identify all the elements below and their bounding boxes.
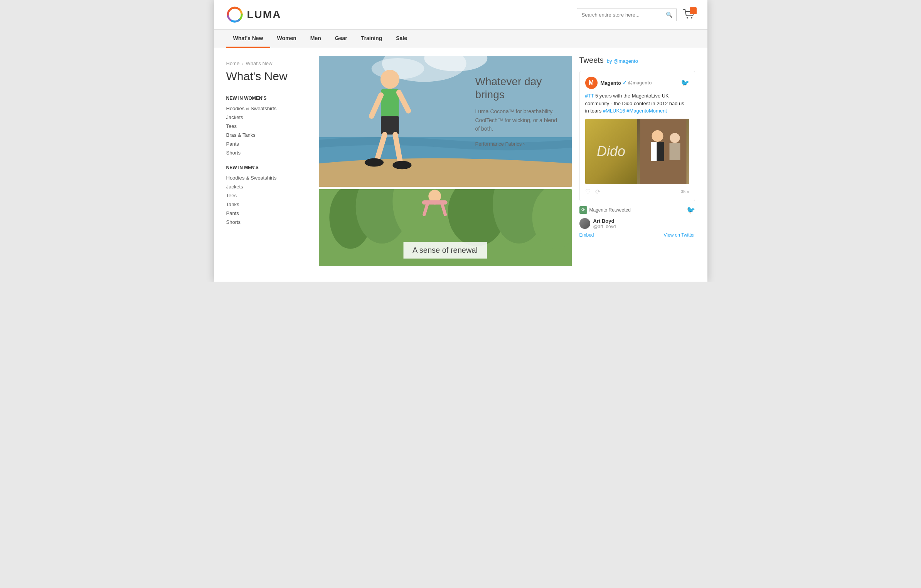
twitter-bird-icon-2: 🐦: [687, 206, 695, 214]
breadcrumb: Home › What's New: [226, 56, 302, 69]
svg-rect-12: [381, 116, 399, 134]
svg-rect-35: [669, 143, 680, 160]
hero-text: Whatever day brings Luma Cocona™ for bre…: [475, 75, 560, 147]
second-banner-text: A sense of renewal: [403, 242, 487, 259]
retweet-button-1[interactable]: ⟳: [595, 188, 600, 195]
tweet-author-info-2: Art Boyd @art_boyd: [593, 218, 616, 229]
view-on-twitter-link[interactable]: View on Twitter: [664, 232, 695, 238]
nav-item-training[interactable]: Training: [354, 30, 389, 48]
svg-point-16: [392, 161, 411, 170]
nav-item-sale[interactable]: Sale: [389, 30, 414, 48]
svg-point-34: [670, 133, 680, 143]
tweet-author-1: M Magento ✓ @magento 🐦: [585, 77, 689, 89]
men-section-title: NEW IN MEN'S: [226, 165, 302, 170]
nav-item-whats-new[interactable]: What's New: [226, 30, 270, 48]
twitter-col: Tweets by @magento M Magento ✓ @magento …: [579, 56, 695, 266]
verified-icon: ✓: [623, 80, 626, 86]
hero-sub: Luma Cocona™ for breathability, CoolTech…: [475, 107, 560, 133]
women-sidebar-list: Hoodies & Sweatshirts Jackets Tees Bras …: [226, 104, 302, 157]
tweet-hashtag-tt: #TT: [585, 93, 594, 99]
magento-avatar: M: [585, 77, 598, 89]
nav-item-women[interactable]: Women: [270, 30, 303, 48]
logo-text: LUMA: [247, 8, 281, 21]
tweet-image-inner: Dido: [585, 119, 689, 184]
cart-icon-wrapper[interactable]: [683, 9, 695, 21]
tweets-by: by @magento: [607, 58, 638, 64]
breadcrumb-home[interactable]: Home: [226, 60, 240, 66]
tweet-image-1: Dido: [585, 119, 689, 184]
retweet-notice: ⟳ Magento Retweeted 🐦: [579, 206, 695, 214]
sidebar-item-men-shorts[interactable]: Shorts: [226, 218, 302, 227]
header: LUMA 🔍: [214, 0, 707, 30]
tweet-hashtag-moment: #MagentoMoment: [626, 108, 667, 114]
men-sidebar-list: Hoodies & Sweatshirts Jackets Tees Tanks…: [226, 173, 302, 227]
sidebar-item-men-tees[interactable]: Tees: [226, 191, 302, 200]
event-people-svg: [637, 119, 689, 184]
sidebar-item-men-tanks[interactable]: Tanks: [226, 200, 302, 209]
svg-point-8: [380, 70, 399, 89]
hero-link[interactable]: Performance Fabrics ›: [475, 141, 525, 147]
search-button[interactable]: 🔍: [662, 8, 676, 21]
logo-area[interactable]: LUMA: [226, 6, 281, 23]
page-title: What's New: [226, 69, 302, 83]
sidebar-item-women-bras[interactable]: Bras & Tanks: [226, 131, 302, 139]
embed-link[interactable]: Embed: [579, 232, 594, 238]
search-box[interactable]: 🔍: [577, 8, 677, 21]
nav-item-gear[interactable]: Gear: [328, 30, 354, 48]
sidebar-item-women-jackets[interactable]: Jackets: [226, 113, 302, 122]
women-section-title: NEW IN WOMEN'S: [226, 96, 302, 101]
svg-rect-9: [381, 89, 399, 118]
main-col: Whatever day brings Luma Cocona™ for bre…: [311, 56, 579, 266]
breadcrumb-sep: ›: [242, 60, 243, 66]
tweet-img-right: [637, 119, 689, 184]
dido-label: Dido: [597, 143, 625, 160]
sidebar-item-women-tees[interactable]: Tees: [226, 122, 302, 131]
nav-item-men[interactable]: Men: [303, 30, 328, 48]
svg-rect-33: [651, 142, 657, 161]
header-right: 🔍: [577, 8, 695, 21]
tweet-author-2: Art Boyd @art_boyd: [579, 218, 695, 229]
tweet-author-name-2: Art Boyd: [593, 218, 616, 224]
tweet-img-left: Dido: [585, 119, 637, 184]
svg-point-31: [652, 130, 663, 142]
tweets-title: Tweets: [579, 56, 604, 65]
luma-logo-icon: [226, 6, 243, 23]
second-banner-headline: A sense of renewal: [413, 246, 478, 255]
tweet-time-1: 35m: [681, 189, 689, 194]
cart-count: [690, 7, 697, 14]
tweet-author-name-1: Magento ✓ @magento: [601, 80, 678, 86]
sidebar-item-men-hoodies[interactable]: Hoodies & Sweatshirts: [226, 173, 302, 182]
content-area: Home › What's New What's New NEW IN WOME…: [214, 48, 707, 282]
main-nav: What's New Women Men Gear Training Sale: [214, 30, 707, 48]
sidebar-item-men-pants[interactable]: Pants: [226, 209, 302, 218]
tweet-footer: Embed View on Twitter: [579, 232, 695, 238]
retweet-notice-icon: ⟳: [579, 206, 587, 214]
art-boyd-avatar: [579, 218, 590, 229]
hero-headline: Whatever day brings: [475, 75, 560, 101]
sidebar-item-women-hoodies[interactable]: Hoodies & Sweatshirts: [226, 104, 302, 113]
tweet-actions-1: ♡ ⟳ 35m: [585, 188, 689, 195]
tweets-header: Tweets by @magento: [579, 56, 695, 65]
search-input[interactable]: [577, 9, 662, 21]
tweet-author-info-1: Magento ✓ @magento: [601, 80, 678, 86]
nav-list: What's New Women Men Gear Training Sale: [226, 30, 695, 48]
second-banner: A sense of renewal: [319, 189, 572, 266]
page-wrapper: LUMA 🔍 What's New Women Men Gear: [214, 0, 707, 282]
tweet-hashtag-mluk16: #MLUK16: [603, 108, 625, 114]
sidebar: Home › What's New What's New NEW IN WOME…: [226, 56, 311, 266]
sidebar-item-women-pants[interactable]: Pants: [226, 139, 302, 148]
sidebar-item-men-jackets[interactable]: Jackets: [226, 182, 302, 191]
twitter-bird-icon-1: 🐦: [681, 79, 689, 87]
svg-point-2: [691, 17, 692, 18]
retweet-notice-text: Magento Retweeted: [589, 207, 631, 213]
svg-point-15: [364, 158, 383, 167]
tweet-card-1: M Magento ✓ @magento 🐦 #TT 5 years with …: [579, 71, 695, 201]
breadcrumb-current: What's New: [246, 60, 273, 66]
hero-banner: Whatever day brings Luma Cocona™ for bre…: [319, 56, 572, 187]
svg-point-1: [687, 17, 688, 18]
like-button-1[interactable]: ♡: [585, 188, 591, 195]
tweet-author-handle-2: @art_boyd: [593, 224, 616, 229]
sidebar-item-women-shorts[interactable]: Shorts: [226, 148, 302, 157]
tweet-text-1: #TT 5 years with the MagentoLive UK comm…: [585, 92, 689, 115]
